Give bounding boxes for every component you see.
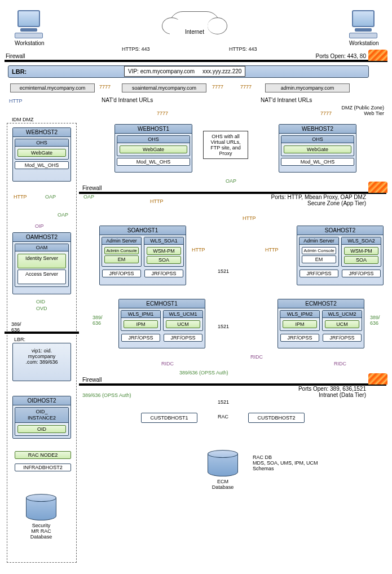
ecmhost2-ipm: IPM <box>283 320 317 328</box>
ecmhost2: ECMHOST2 WLS_IPM2 IPM WLS_UCM2 UCM JRF/O… <box>278 299 364 348</box>
soahost1-wsm-pm: WSM-PM <box>147 247 181 255</box>
opss-auth-side: 389/636 (OPSS Auth) <box>82 392 131 398</box>
lbr-vip1-text: vip1: oid. mycompany .com: 389/636 <box>13 343 71 369</box>
ecmhost2-wls-ucm2: WLS_UCM2 <box>323 311 362 318</box>
idm-http-label: HTTP <box>14 194 27 200</box>
http-idm-arrow-label: HTTP <box>9 98 23 104</box>
oidhost2: OIDHOST2 OID_ INSTANCE2 OID <box>12 396 71 439</box>
http-app-1: HTTP <box>150 198 164 204</box>
soahost1-wls-soa1: WLS_SOA1 <box>144 237 183 245</box>
rac-db-desc: RAC DB MDS, SOA, UMS, IPM, UCM Schemas <box>253 454 318 471</box>
nat-soa: soainternal.mycompany.com <box>122 83 206 92</box>
soahost2-wsm-pm: WSM-PM <box>344 247 378 255</box>
idm-webhost2: WEBHOST2 OHS WebGate Mod_WL_OHS <box>12 127 71 182</box>
soahost1-admin-console: Admin Console <box>104 247 139 254</box>
opss-auth-main: 389/636 (OPSS Auth) <box>179 370 228 376</box>
soahost2-wls-soa2: WLS_SOA2 <box>342 237 381 245</box>
idm-ohs-title: OHS <box>15 139 68 147</box>
idm-mod-wl-ohs: Mod_WL_OHS <box>15 161 69 169</box>
ecm-db-label: ECM Database <box>208 479 238 490</box>
webhost2-mod: Mod_WL_OHS <box>281 158 354 166</box>
ecmhost1-ucm: UCM <box>166 320 200 328</box>
oid-label: OID <box>36 299 45 304</box>
access-server: Access Server <box>17 270 66 284</box>
infradbhost2: INFRADBHOST2 <box>15 463 71 471</box>
ecm-db-icon: ECM Database <box>208 450 238 490</box>
http-app-3: HTTP <box>192 247 205 253</box>
port-389-636-left: 389/ 636 <box>93 315 103 326</box>
firewall3-flame-icon <box>368 373 387 385</box>
rac-label: RAC <box>218 414 228 420</box>
nat-port-3: 7777 <box>240 84 252 90</box>
oap-center-label: OAP <box>226 178 236 184</box>
identity-server: Identity Server <box>17 254 66 268</box>
ecmhost2-jrf1: JRF/OPSS <box>280 334 319 342</box>
ecmhost2-wls-ipm2: WLS_IPM2 <box>280 311 319 318</box>
soahost1-jrf2: JRF/OPSS <box>144 270 183 277</box>
lbr-vip-host: VIP: ecm.mycompany.com <box>128 68 195 74</box>
soahost2-title: SOAHOST2 <box>297 226 383 235</box>
soahost2-soa: SOA <box>344 256 378 264</box>
lbr-vip-ip: xxx.yyy.zzz.220 <box>202 68 241 74</box>
soahost2: SOAHOST2 Admin Server Admin Console EM W… <box>297 226 384 285</box>
soahost2-jrf1: JRF/OPSS <box>299 270 338 277</box>
soahost1-jrf1: JRF/OPSS <box>102 270 141 277</box>
firewall2-flame-icon <box>368 182 387 193</box>
firewall1-ports: Ports Open: 443, 80 <box>315 53 366 59</box>
natd-label-right: NAT'd Intranet URLs <box>261 97 312 103</box>
webhost1-title: WEBHOST1 <box>115 125 192 134</box>
nat-port-4: 7777 <box>157 111 168 116</box>
webhost1-webgate: WebGate <box>120 145 187 153</box>
nat-port-5: 7777 <box>320 111 332 116</box>
custdbhost1: CUSTDBHOST1 <box>141 413 197 423</box>
oidhost2-title: OIDHOST2 <box>13 396 71 405</box>
firewall2-label: Firewall <box>82 185 102 191</box>
firewall1-flame-icon <box>368 50 387 61</box>
nat-port-1: 7777 <box>99 84 111 90</box>
ecmhost1-title: ECMHOST1 <box>119 299 205 308</box>
ecmhost1-ipm: IPM <box>124 320 158 328</box>
oap-left-arrow-label: OAP <box>83 194 94 200</box>
workstation-left-label: Workstation <box>15 40 43 46</box>
ridc-1: RIDC <box>161 361 174 367</box>
lbr-vip: VIP: ecm.mycompany.com xxx.yyy.zzz.220 <box>124 66 245 77</box>
network-diagram: Workstation Workstation Internet HTTPS: … <box>5 5 387 569</box>
idm-dmz-title: IDM DMZ <box>11 117 35 122</box>
ecmhost1-jrf1: JRF/OPSS <box>121 334 160 342</box>
nat-admin: admin.mycompany.com <box>265 83 350 92</box>
oid-instance2-title: OID_ INSTANCE2 <box>15 408 68 423</box>
ridc-3: RIDC <box>334 361 346 367</box>
port-1521-data: 1521 <box>218 399 229 405</box>
webhost1-ohs: OHS <box>117 136 190 143</box>
soahost2-admin: Admin Server <box>299 237 338 245</box>
soahost2-em: EM <box>302 255 336 263</box>
webhost2-title: WEBHOST2 <box>279 125 356 134</box>
idm-oap-label-2: OAP <box>58 212 68 218</box>
oamhost2: OAMHOST2 OAM Identity Server Access Serv… <box>12 232 71 294</box>
webhost1-mod: Mod_WL_OHS <box>117 158 190 166</box>
soahost1-admin: Admin Server <box>102 237 141 245</box>
custdbhost2: CUSTDBHOST2 <box>248 413 305 423</box>
oamhost2-title: OAMHOST2 <box>13 233 71 242</box>
webhost2-webgate: WebGate <box>284 145 351 153</box>
port-389-636-right: 389/ 636 <box>370 315 380 326</box>
soahost1: SOAHOST1 Admin Server Admin Console EM W… <box>99 226 186 285</box>
lbr-vip1: LBR: vip1: oid. mycompany .com: 389/636 <box>12 343 71 381</box>
ridc-2: RIDC <box>250 354 263 360</box>
ecmhost2-ucm: UCM <box>325 320 359 328</box>
internet-cloud: Internet <box>169 11 220 38</box>
soahost2-jrf2: JRF/OPSS <box>342 270 381 277</box>
internet-label: Internet <box>170 20 219 45</box>
firewall2-ports: Ports: HTTP, Mbean Proxy, OAP DMZ Secure… <box>271 194 366 206</box>
ovd-label: OVD <box>36 306 47 311</box>
workstation-left: Workstation <box>15 10 43 46</box>
ecmhost1-wls-ipm1: WLS_IPM1 <box>121 311 160 318</box>
http-app-4: HTTP <box>265 247 279 253</box>
webhost2: WEBHOST2 OHS WebGate Mod_WL_OHS <box>279 124 356 173</box>
security-db-label: Security MR RAC Database <box>26 523 56 540</box>
lbr2-label: LBR: <box>14 337 25 342</box>
oid-mod: OID <box>17 425 66 433</box>
idm-port-label: 389/ 636 <box>11 321 21 333</box>
nat-ecm: ecminternal.mycompany.com <box>10 83 95 92</box>
webhost1: WEBHOST1 OHS WebGate Mod_WL_OHS <box>114 124 192 173</box>
